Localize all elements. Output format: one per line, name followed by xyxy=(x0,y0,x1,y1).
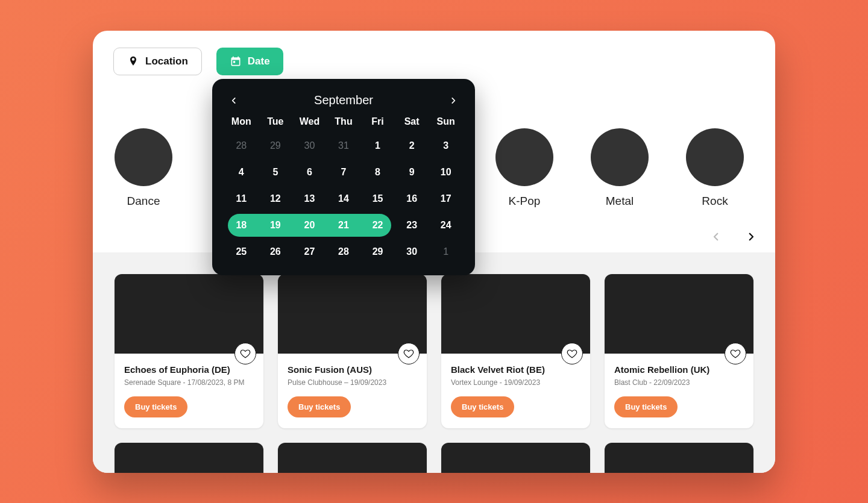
event-title: Echoes of Euphoria (DE) xyxy=(124,364,254,375)
genre-item-rock[interactable]: Rock xyxy=(685,128,745,208)
calendar-day[interactable]: 14 xyxy=(327,191,361,207)
favorite-button[interactable] xyxy=(561,343,583,364)
event-card[interactable]: Atomic Rebellion (UK) Blast Club - 22/09… xyxy=(605,274,753,428)
calendar-day[interactable]: 30 xyxy=(395,244,429,260)
event-card[interactable]: Sonic Fusion (AUS) Pulse Clubhouse – 19/… xyxy=(278,274,427,428)
calendar-month-label: September xyxy=(314,93,373,107)
genre-item-dance[interactable]: Dance xyxy=(113,128,174,208)
calendar-day[interactable]: 19 xyxy=(259,217,293,233)
calendar-dow: Fri xyxy=(360,116,395,127)
events-section: Echoes of Euphoria (DE) Serenade Square … xyxy=(93,252,775,473)
calendar-day[interactable]: 23 xyxy=(395,217,429,233)
event-card[interactable] xyxy=(278,443,427,473)
genre-avatar xyxy=(115,128,172,186)
event-meta: Blast Club - 22/09/2023 xyxy=(614,378,744,387)
calendar-dow: Sat xyxy=(395,116,429,127)
date-picker-popover: September MonTueWedThuFriSatSun282930311… xyxy=(212,79,475,275)
calendar-day[interactable]: 11 xyxy=(224,191,259,207)
favorite-button[interactable] xyxy=(234,343,256,364)
date-filter-button[interactable]: Date xyxy=(216,48,283,75)
calendar-day[interactable]: 18 xyxy=(224,217,259,233)
calendar-next-month-button[interactable] xyxy=(446,93,461,108)
calendar-day[interactable]: 28 xyxy=(327,244,361,260)
calendar-day[interactable]: 13 xyxy=(292,191,327,207)
calendar-day[interactable]: 3 xyxy=(429,138,463,154)
buy-tickets-button[interactable]: Buy tickets xyxy=(124,396,187,417)
event-meta: Serenade Square - 17/08/2023, 8 PM xyxy=(124,378,254,387)
genre-avatar xyxy=(495,128,553,186)
calendar-day[interactable]: 16 xyxy=(395,191,429,207)
location-filter-label: Location xyxy=(145,55,188,67)
app-window: Location Date s Dance K-Pop Metal Rock xyxy=(93,31,775,473)
event-title: Black Velvet Riot (BE) xyxy=(451,364,580,375)
calendar-dow: Thu xyxy=(327,116,361,127)
event-card[interactable]: Black Velvet Riot (BE) Vortex Lounge - 1… xyxy=(441,274,590,428)
calendar-day[interactable]: 10 xyxy=(429,164,463,180)
event-card[interactable] xyxy=(605,443,753,473)
event-card[interactable] xyxy=(441,443,590,473)
calendar-day[interactable]: 9 xyxy=(395,164,429,180)
event-thumbnail xyxy=(605,443,753,473)
calendar-day[interactable]: 20 xyxy=(292,217,327,233)
event-meta: Pulse Clubhouse – 19/09/2023 xyxy=(288,378,417,387)
calendar-day[interactable]: 26 xyxy=(259,244,293,260)
event-thumbnail xyxy=(278,274,427,354)
calendar-day[interactable]: 5 xyxy=(259,164,293,180)
event-card[interactable] xyxy=(115,443,263,473)
calendar-day[interactable]: 29 xyxy=(259,138,293,154)
genre-carousel-nav xyxy=(709,230,758,244)
buy-tickets-button[interactable]: Buy tickets xyxy=(288,396,351,417)
event-thumbnail xyxy=(278,443,427,473)
genre-item-metal[interactable]: Metal xyxy=(590,128,650,208)
calendar-day[interactable]: 28 xyxy=(224,138,259,154)
event-meta: Vortex Lounge - 19/09/2023 xyxy=(451,378,580,387)
calendar-day[interactable]: 15 xyxy=(360,191,395,207)
event-card[interactable]: Echoes of Euphoria (DE) Serenade Square … xyxy=(115,274,263,428)
calendar-dow: Mon xyxy=(224,116,259,127)
calendar-day[interactable]: 25 xyxy=(224,244,259,260)
location-filter-button[interactable]: Location xyxy=(113,48,202,75)
genre-label: Metal xyxy=(606,195,634,208)
calendar-day[interactable]: 12 xyxy=(259,191,293,207)
buy-tickets-button[interactable]: Buy tickets xyxy=(451,396,514,417)
genre-next-button[interactable] xyxy=(744,230,758,244)
genre-label: K-Pop xyxy=(509,195,541,208)
calendar-grid: MonTueWedThuFriSatSun2829303112345678910… xyxy=(224,116,463,260)
calendar-day[interactable]: 2 xyxy=(395,138,429,154)
calendar-day[interactable]: 17 xyxy=(429,191,463,207)
calendar-icon xyxy=(230,55,242,67)
genre-avatar xyxy=(591,128,649,186)
calendar-day[interactable]: 1 xyxy=(360,138,395,154)
genre-prev-button[interactable] xyxy=(709,230,723,244)
event-thumbnail xyxy=(115,274,263,354)
calendar-day[interactable]: 6 xyxy=(292,164,327,180)
genre-item-kpop[interactable]: K-Pop xyxy=(494,128,555,208)
calendar-day[interactable]: 21 xyxy=(327,217,361,233)
event-thumbnail xyxy=(441,274,590,354)
calendar-day[interactable]: 22 xyxy=(360,217,395,233)
calendar-day[interactable]: 29 xyxy=(360,244,395,260)
event-cards-row: Echoes of Euphoria (DE) Serenade Square … xyxy=(93,252,775,428)
favorite-button[interactable] xyxy=(725,343,746,364)
calendar-day[interactable]: 1 xyxy=(429,244,463,260)
calendar-day[interactable]: 31 xyxy=(327,138,361,154)
calendar-day[interactable]: 24 xyxy=(429,217,463,233)
calendar-day[interactable]: 7 xyxy=(327,164,361,180)
buy-tickets-button[interactable]: Buy tickets xyxy=(614,396,678,417)
calendar-day[interactable]: 8 xyxy=(360,164,395,180)
calendar-day[interactable]: 4 xyxy=(224,164,259,180)
filter-bar: Location Date xyxy=(93,31,775,75)
location-pin-icon xyxy=(127,55,139,67)
event-thumbnail xyxy=(441,443,590,473)
event-title: Sonic Fusion (AUS) xyxy=(288,364,417,375)
calendar-day[interactable]: 27 xyxy=(292,244,327,260)
event-thumbnail xyxy=(115,443,263,473)
calendar-day[interactable]: 30 xyxy=(292,138,327,154)
calendar-dow: Tue xyxy=(259,116,293,127)
calendar-prev-month-button[interactable] xyxy=(227,93,241,108)
event-cards-row-partial xyxy=(93,428,775,473)
genre-label: Dance xyxy=(127,195,160,208)
favorite-button[interactable] xyxy=(398,343,420,364)
event-thumbnail xyxy=(605,274,753,354)
date-filter-label: Date xyxy=(248,55,270,67)
